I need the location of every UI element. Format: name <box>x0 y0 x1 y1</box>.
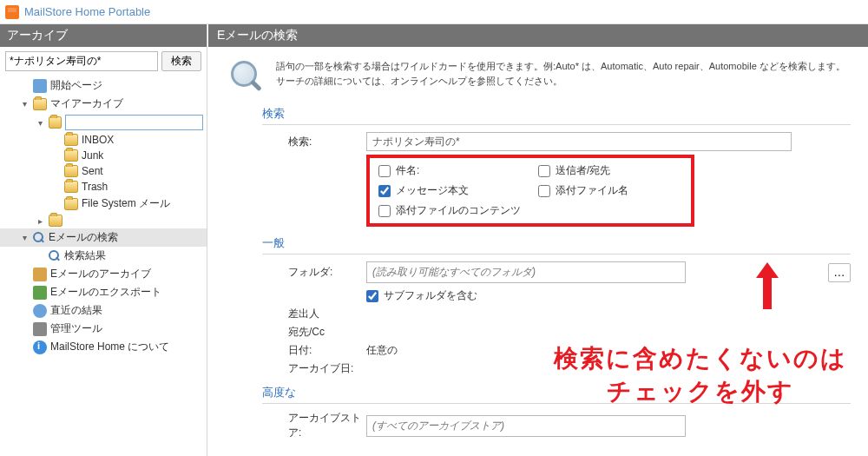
tree-item-label: INBOX <box>82 134 114 146</box>
magnifier-icon <box>229 59 264 94</box>
mag-icon <box>49 250 61 262</box>
tree-item-4[interactable]: Junk <box>0 148 207 163</box>
label-archdate: アーカイブ日: <box>288 361 366 376</box>
tree-item-label: Junk <box>82 149 103 162</box>
tree-item-13[interactable]: 直近の結果 <box>0 301 207 320</box>
nav-tree: 開始ページ▾マイアーカイブ▾INBOXJunkSentTrashFile Sys… <box>0 75 207 358</box>
main-layout: アーカイブ 検索 開始ページ▾マイアーカイブ▾INBOXJunkSentTras… <box>0 24 868 456</box>
tree-item-10[interactable]: 検索結果 <box>0 247 207 265</box>
folder-icon <box>64 198 78 210</box>
tree-arrow[interactable]: ▾ <box>23 233 33 242</box>
tree-item-9[interactable]: ▾Eメールの検索 <box>0 228 207 247</box>
tree-item-label: Eメールのエクスポート <box>50 285 161 300</box>
tree-item-6[interactable]: Trash <box>0 179 207 195</box>
content-panel: Eメールの検索 語句の一部を検索する場合はワイルドカードを使用できます。例:Au… <box>207 24 868 456</box>
cb-subject[interactable]: 件名: <box>378 163 523 178</box>
section-general: 一般 <box>262 235 851 254</box>
tree-item-5[interactable]: Sent <box>0 163 207 179</box>
tree-rename-input[interactable] <box>65 115 203 130</box>
mag-icon <box>33 232 45 244</box>
cb-sender[interactable]: 送信者/宛先 <box>538 163 682 178</box>
sidebar-search-input[interactable] <box>5 51 158 71</box>
checkbox-grid: 件名: 送信者/宛先 メッセージ本文 添付ファイル名 添付ファイルのコンテンツ <box>366 155 694 227</box>
info-icon <box>33 340 47 354</box>
content-body: 語句の一部を検索する場合はワイルドカードを使用できます。例:Auto* は、Au… <box>208 47 868 453</box>
cb-body-input[interactable] <box>378 185 391 197</box>
cb-attachname-input[interactable] <box>538 185 550 197</box>
row-keyword: 検索: <box>288 132 851 151</box>
row-subfolder: サブフォルダを含む <box>366 288 851 303</box>
tree-item-label: Eメールのアーカイブ <box>50 267 151 281</box>
cb-body[interactable]: メッセージ本文 <box>378 183 523 198</box>
annotation-text: 検索に含めたくないのは チェックを外す <box>554 342 847 408</box>
folder-icon <box>64 149 78 162</box>
input-keyword[interactable] <box>366 132 792 151</box>
tree-arrow[interactable]: ▸ <box>38 216 49 226</box>
tree-arrow[interactable]: ▾ <box>23 99 33 109</box>
tree-item-2[interactable]: ▾ <box>0 113 207 132</box>
sidebar: アーカイブ 検索 開始ページ▾マイアーカイブ▾INBOXJunkSentTras… <box>0 24 207 456</box>
tree-item-label: Eメールの検索 <box>49 230 118 245</box>
content-header: Eメールの検索 <box>208 24 868 47</box>
folder-icon <box>64 165 78 177</box>
cb-subfolder[interactable] <box>366 290 378 302</box>
label-keyword: 検索: <box>288 135 366 149</box>
sidebar-search-row: 検索 <box>0 47 207 75</box>
label-store: アーカイブストア: <box>288 411 366 440</box>
tool-icon <box>33 322 47 336</box>
tree-item-14[interactable]: 管理ツール <box>0 320 207 338</box>
tree-item-1[interactable]: ▾マイアーカイブ <box>0 95 207 113</box>
tree-item-label: Trash <box>82 181 108 193</box>
folder-browse-button[interactable]: … <box>828 263 851 282</box>
cb-subject-input[interactable] <box>378 165 391 177</box>
tree-arrow[interactable]: ▾ <box>38 118 49 128</box>
archive-icon <box>33 268 47 281</box>
folder-icon <box>49 116 62 129</box>
export-icon <box>33 286 47 300</box>
tree-item-label: 直近の結果 <box>50 303 102 318</box>
sidebar-search-button[interactable]: 検索 <box>161 51 201 71</box>
tree-item-3[interactable]: INBOX <box>0 132 207 148</box>
start-icon <box>33 79 47 93</box>
label-folder: フォルダ: <box>288 265 366 280</box>
annotation-arrow <box>757 262 778 309</box>
row-to: 宛先/Cc <box>288 325 851 340</box>
help-row: 語句の一部を検索する場合はワイルドカードを使用できます。例:Auto* は、Au… <box>229 59 851 94</box>
help-text: 語句の一部を検索する場合はワイルドカードを使用できます。例:Auto* は、Au… <box>276 59 851 88</box>
label-from: 差出人 <box>288 307 366 321</box>
clock-icon <box>33 304 47 318</box>
tree-item-label: 検索結果 <box>64 248 106 263</box>
cb-attachcontent-input[interactable] <box>378 205 391 217</box>
section-search: 検索 <box>262 106 851 125</box>
label-date: 日付: <box>288 343 366 358</box>
tree-item-label: Sent <box>82 165 103 177</box>
store-value[interactable]: (すべてのアーカイブストア) <box>366 415 686 437</box>
label-subfolder: サブフォルダを含む <box>384 288 477 303</box>
cb-sender-input[interactable] <box>538 165 550 177</box>
tree-item-15[interactable]: MailStore Home について <box>0 338 207 356</box>
tree-item-label: 管理ツール <box>50 321 102 336</box>
tree-item-7[interactable]: File System メール <box>0 195 207 213</box>
folder-icon <box>33 98 47 110</box>
tree-item-11[interactable]: Eメールのアーカイブ <box>0 265 207 283</box>
date-value[interactable]: 任意の <box>366 344 398 356</box>
folder-icon <box>49 215 62 227</box>
cb-attachname[interactable]: 添付ファイル名 <box>538 183 682 198</box>
cb-attachcontent[interactable]: 添付ファイルのコンテンツ <box>378 203 682 218</box>
tree-item-label: マイアーカイブ <box>50 96 123 111</box>
app-title: MailStore Home Portable <box>24 5 150 18</box>
tree-item-label: MailStore Home について <box>50 340 169 354</box>
titlebar: MailStore Home Portable <box>0 0 868 24</box>
tree-item-8[interactable]: ▸ <box>0 213 207 228</box>
app-icon <box>5 5 19 19</box>
folder-icon <box>64 181 78 193</box>
tree-item-12[interactable]: Eメールのエクスポート <box>0 283 207 301</box>
sidebar-header: アーカイブ <box>0 24 207 47</box>
tree-item-0[interactable]: 開始ページ <box>0 76 207 95</box>
tree-item-label: File System メール <box>82 196 170 211</box>
tree-item-label: 開始ページ <box>50 78 102 93</box>
label-to: 宛先/Cc <box>288 325 366 340</box>
folder-display[interactable]: (読み取り可能なすべてのフォルダ) <box>366 261 686 283</box>
folder-icon <box>64 134 78 146</box>
row-store: アーカイブストア: (すべてのアーカイブストア) <box>288 411 851 440</box>
